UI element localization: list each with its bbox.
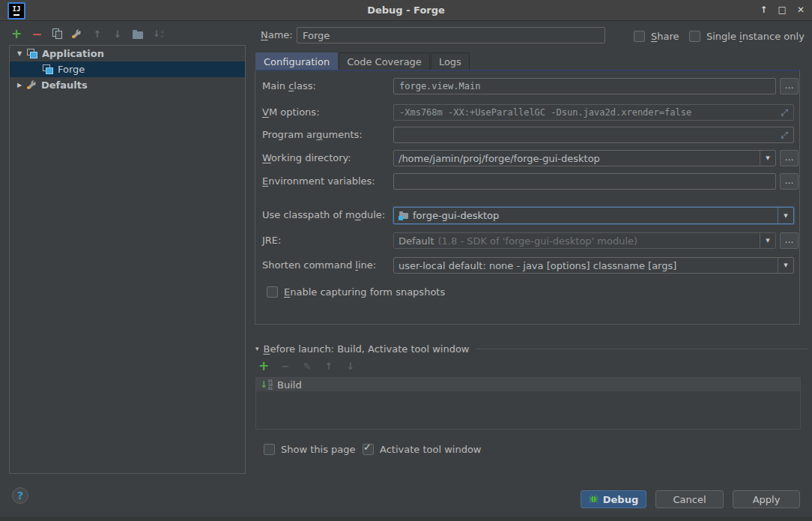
environment-variables-input[interactable] <box>393 173 776 190</box>
tab-configuration[interactable]: Configuration <box>255 52 338 70</box>
tab-code-coverage[interactable]: Code Coverage <box>339 52 430 70</box>
name-input[interactable]: Forge <box>297 27 605 43</box>
expand-field-icon[interactable]: ⤢ <box>781 108 788 117</box>
window-maximize-icon[interactable]: □ <box>778 0 787 20</box>
create-folder-icon[interactable] <box>132 28 144 40</box>
show-this-page-label: Show this page <box>281 444 356 455</box>
main-class-label: Main class: <box>262 78 316 94</box>
before-launch-toolbar: + − ✎ ↑ ↓ <box>258 359 357 373</box>
dropdown-arrow-icon[interactable]: ▼ <box>778 208 793 223</box>
build-icon: ↓ 011001 <box>260 379 273 391</box>
single-instance-label: Single instance only <box>706 31 805 42</box>
jre-value-main: Default <box>399 235 434 247</box>
module-entry: forge-gui-desktop <box>394 210 778 221</box>
main-class-value: forge.view.Main <box>399 81 480 91</box>
tab-logs[interactable]: Logs <box>431 52 470 70</box>
task-item-build[interactable]: ↓ 011001 Build <box>256 378 800 391</box>
application-icon <box>43 64 54 74</box>
activate-tool-window-label: Activate tool window <box>380 444 481 455</box>
titlebar[interactable]: IJ Debug - Forge ↑ □ ✕ <box>0 0 812 21</box>
jre-value-detail: (1.8 - SDK of 'forge-gui-desktop' module… <box>438 235 638 247</box>
dropdown-arrow-icon[interactable]: ▼ <box>760 151 775 166</box>
window-title: Debug - Forge <box>0 0 812 20</box>
module-icon <box>399 211 409 220</box>
shorten-command-line-combobox[interactable]: user-local default: none - java [options… <box>393 257 794 274</box>
copy-configuration-icon[interactable] <box>51 28 63 40</box>
working-directory-combobox[interactable]: /home/jamin/proj/forge/forge-gui-desktop… <box>393 150 776 166</box>
application-icon <box>27 49 38 58</box>
show-this-page-checkbox[interactable] <box>264 444 275 455</box>
move-up-icon[interactable]: ↑ <box>91 28 103 40</box>
tree-item-forge-label: Forge <box>58 64 85 75</box>
single-instance-checkbox[interactable] <box>689 31 700 42</box>
before-launch-title: Before launch: Build, Activate tool wind… <box>264 343 470 355</box>
jre-value: Default (1.8 - SDK of 'forge-gui-desktop… <box>394 235 760 247</box>
move-task-down-icon[interactable]: ↓ <box>345 360 357 372</box>
cancel-button[interactable]: Cancel <box>655 490 724 508</box>
help-button[interactable]: ? <box>12 487 28 504</box>
shorten-command-line-value: user-local default: none - java [options… <box>394 260 778 271</box>
program-arguments-input[interactable]: ⤢ <box>393 127 794 143</box>
dropdown-arrow-icon[interactable]: ▼ <box>760 233 775 248</box>
use-classpath-label: Use classpath of module: <box>262 207 385 223</box>
activate-tool-window-checkbox[interactable]: ✓ <box>363 444 374 455</box>
configurations-tree: ▼ Application Forge ▶ Defaults <box>9 45 246 474</box>
remove-configuration-button[interactable]: − <box>31 28 43 40</box>
window-close-icon[interactable]: ✕ <box>797 0 805 20</box>
bug-icon <box>589 495 599 504</box>
jre-browse-button[interactable]: … <box>780 232 799 249</box>
dropdown-arrow-icon[interactable]: ▼ <box>778 258 793 273</box>
checkmark-icon: ✓ <box>363 442 372 453</box>
debug-button[interactable]: Debug <box>581 490 646 508</box>
jre-label: JRE: <box>262 232 281 249</box>
edit-task-icon[interactable]: ✎ <box>301 360 313 372</box>
cancel-button-label: Cancel <box>673 494 706 505</box>
expand-field-icon[interactable]: ⤢ <box>781 130 788 139</box>
configurations-toolbar: + − ↑ ↓ ↓az <box>10 25 164 42</box>
tree-item-application-label: Application <box>42 48 104 59</box>
name-label: Name: <box>261 27 293 43</box>
tree-item-application[interactable]: ▼ Application <box>10 46 245 61</box>
expanded-triangle-icon[interactable]: ▼ <box>16 50 23 57</box>
debug-button-label: Debug <box>603 494 638 505</box>
tree-item-defaults[interactable]: ▶ Defaults <box>10 77 245 93</box>
configuration-tabs: Configuration Code Coverage Logs <box>255 53 470 70</box>
shorten-command-line-label: Shorten command line: <box>262 257 376 274</box>
share-checkbox[interactable] <box>634 31 645 42</box>
defaults-wrench-icon <box>27 79 38 91</box>
use-classpath-combobox[interactable]: forge-gui-desktop ▼ <box>393 207 794 224</box>
tree-item-forge[interactable]: Forge <box>10 61 245 77</box>
collapse-section-icon[interactable]: ▾ <box>255 345 259 352</box>
window-bottom-edge <box>0 517 812 521</box>
section-divider <box>476 349 808 349</box>
environment-variables-browse-button[interactable]: … <box>780 173 799 190</box>
run-debug-configurations-dialog: IJ Debug - Forge ↑ □ ✕ + − ↑ ↓ ↓az ▼ <box>0 0 812 521</box>
before-launch-header[interactable]: ▾ Before launch: Build, Activate tool wi… <box>255 343 808 355</box>
add-task-button[interactable]: + <box>258 360 270 372</box>
main-class-input[interactable]: forge.view.Main <box>393 78 776 94</box>
tree-item-defaults-label: Defaults <box>41 79 88 91</box>
jre-combobox[interactable]: Default (1.8 - SDK of 'forge-gui-desktop… <box>393 232 776 249</box>
apply-button[interactable]: Apply <box>733 490 800 508</box>
window-shade-icon[interactable]: ↑ <box>760 0 768 20</box>
program-arguments-label: Program arguments: <box>262 127 363 143</box>
collapsed-triangle-icon[interactable]: ▶ <box>16 82 23 88</box>
before-launch-task-list: ↓ 011001 Build <box>255 377 801 430</box>
sort-configurations-icon[interactable]: ↓az <box>152 28 164 40</box>
share-label: Share <box>651 31 679 42</box>
vm-options-input[interactable]: -Xms768m -XX:+UseParallelGC -Dsun.java2d… <box>393 104 794 121</box>
enable-capturing-row: Enable capturing form snapshots <box>267 286 445 298</box>
main-class-browse-button[interactable]: … <box>780 78 799 94</box>
edit-defaults-icon[interactable] <box>71 28 83 40</box>
share-checkbox-row: Share <box>634 30 679 42</box>
window-controls: ↑ □ ✕ <box>760 0 805 20</box>
enable-capturing-checkbox[interactable] <box>267 286 278 298</box>
single-instance-checkbox-row: Single instance only <box>689 30 805 42</box>
move-task-up-icon[interactable]: ↑ <box>323 360 335 372</box>
activate-tool-window-row: ✓ Activate tool window <box>363 443 481 455</box>
vm-options-value: -Xms768m -XX:+UseParallelGC -Dsun.java2d… <box>399 107 691 118</box>
add-configuration-button[interactable]: + <box>10 28 22 40</box>
move-down-icon[interactable]: ↓ <box>112 28 124 40</box>
remove-task-button[interactable]: − <box>279 360 291 372</box>
working-directory-browse-button[interactable]: … <box>780 150 799 166</box>
